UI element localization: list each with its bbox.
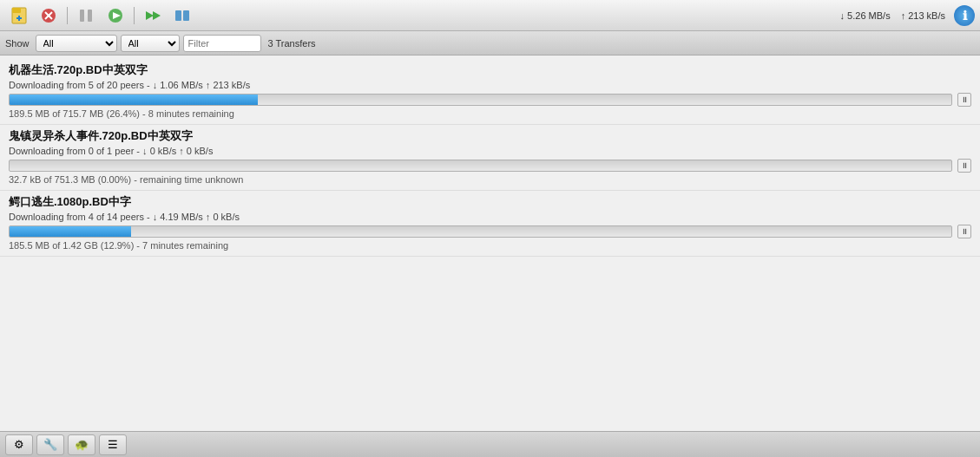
transfer-item: 机器生活.720p.BD中英双字 Downloading from 5 of 2… xyxy=(0,59,980,125)
transfer-item: 鬼镇灵异杀人事件.720p.BD中英双字 Downloading from 0 … xyxy=(0,125,980,191)
progress-container: ⏸ xyxy=(9,225,971,238)
transfer-status: Downloading from 0 of 1 peer - ↓ 0 kB/s … xyxy=(9,146,971,156)
progress-bar-fill xyxy=(10,95,258,105)
transfer-item: 鳄口逃生.1080p.BD中字 Downloading from 4 of 14… xyxy=(0,191,980,257)
tools-button[interactable]: 🔧 xyxy=(36,434,64,455)
filter-select-1[interactable]: All Downloading Seeding Paused xyxy=(36,35,117,52)
filter-bar: Show All Downloading Seeding Paused All … xyxy=(0,31,980,55)
bottom-bar: ⚙ 🔧 🐢 ☰ xyxy=(0,431,980,457)
transfer-name: 机器生活.720p.BD中英双字 xyxy=(9,62,971,78)
transfer-info: 185.5 MB of 1.42 GB (12.9%) - 7 minutes … xyxy=(9,240,971,251)
svg-rect-5 xyxy=(80,10,84,22)
stop-button[interactable] xyxy=(35,3,62,28)
speed-up: ↑ 213 kB/s xyxy=(901,10,945,21)
transfer-info: 189.5 MB of 715.7 MB (26.4%) - 8 minutes… xyxy=(9,108,971,119)
progress-bar-bg xyxy=(9,160,952,172)
columns-button[interactable] xyxy=(168,3,196,28)
separator-1 xyxy=(67,7,68,24)
svg-rect-6 xyxy=(88,10,92,22)
progress-bar-bg xyxy=(9,225,952,238)
svg-rect-1 xyxy=(12,8,21,13)
progress-container: ⏸ xyxy=(9,93,971,107)
show-label: Show xyxy=(5,38,30,49)
resume-button[interactable] xyxy=(102,3,129,28)
progress-bar-fill xyxy=(10,226,131,237)
transfer-list: 机器生活.720p.BD中英双字 Downloading from 5 of 2… xyxy=(0,55,980,431)
pause-button[interactable] xyxy=(72,3,100,28)
progress-bar-bg xyxy=(9,94,952,106)
transfer-name: 鳄口逃生.1080p.BD中字 xyxy=(9,194,971,210)
item-pause-button[interactable]: ⏸ xyxy=(957,225,971,238)
speed-down: ↓ 5.26 MB/s xyxy=(840,10,891,21)
speed-display: ↓ 5.26 MB/s ↑ 213 kB/s xyxy=(840,10,945,21)
menu-button[interactable]: ☰ xyxy=(99,434,127,455)
transfer-info: 32.7 kB of 751.3 MB (0.00%) - remaining … xyxy=(9,174,971,185)
toolbar: ↓ 5.26 MB/s ↑ 213 kB/s ℹ xyxy=(0,0,980,31)
info-button[interactable]: ℹ xyxy=(954,5,975,26)
filter-input[interactable] xyxy=(183,35,261,52)
separator-2 xyxy=(134,7,135,24)
svg-rect-12 xyxy=(183,10,189,21)
transfer-status: Downloading from 5 of 20 peers - ↓ 1.06 … xyxy=(9,80,971,90)
progress-container: ⏸ xyxy=(9,159,971,173)
svg-rect-11 xyxy=(175,10,181,21)
transfer-status: Downloading from 4 of 14 peers - ↓ 4.19 … xyxy=(9,212,971,222)
transfer-name: 鬼镇灵异杀人事件.720p.BD中英双字 xyxy=(9,128,971,144)
item-pause-button[interactable]: ⏸ xyxy=(957,159,971,173)
filter-select-2[interactable]: All Active Inactive xyxy=(121,35,180,52)
svg-marker-10 xyxy=(153,11,161,20)
new-torrent-button[interactable] xyxy=(5,3,33,28)
svg-marker-9 xyxy=(146,11,154,20)
preferences-button[interactable]: ⚙ xyxy=(5,434,33,455)
item-pause-button[interactable]: ⏸ xyxy=(957,93,971,107)
transfers-count: 3 Transfers xyxy=(268,38,316,49)
forward-button[interactable] xyxy=(139,3,167,28)
turtle-button[interactable]: 🐢 xyxy=(68,434,95,455)
info-icon: ℹ xyxy=(963,9,967,23)
